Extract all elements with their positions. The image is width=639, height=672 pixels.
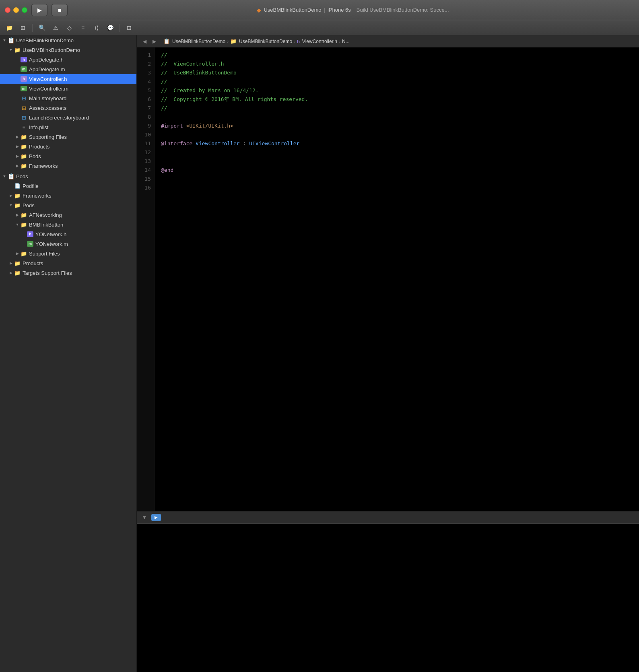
- arrow-icon: ▶: [8, 194, 14, 198]
- tag-icon[interactable]: ⟨⟩: [91, 23, 103, 33]
- sidebar-label: Info.plist: [29, 124, 48, 130]
- debug-area: [137, 523, 639, 672]
- status-indicator: ▶: [151, 514, 161, 521]
- sidebar-item-bmblinkbutton[interactable]: ▼ 📁 BMBlinkButton: [0, 220, 136, 229]
- sidebar-item-supporting-files[interactable]: ▶ 📁 Supporting Files: [0, 132, 136, 142]
- sidebar-label: Products: [23, 260, 43, 266]
- sidebar-item-afnetworking[interactable]: ▶ 📁 AFNetworking: [0, 210, 136, 220]
- folder-icon: 📁: [14, 202, 21, 208]
- sidebar-item-podfile[interactable]: 📄 Podfile: [0, 181, 136, 191]
- h-file-icon: h: [20, 76, 27, 82]
- sidebar-label: Frameworks: [29, 163, 58, 169]
- warning-icon[interactable]: ⚠: [49, 23, 62, 33]
- list-icon[interactable]: ≡: [77, 23, 89, 33]
- sidebar-item-products2[interactable]: ▶ 📁 Products: [0, 258, 136, 268]
- editor-bottom-bar: ▼ ▶: [137, 511, 639, 523]
- arrow-icon: ▶: [14, 135, 20, 139]
- sidebar-label: Products: [29, 144, 49, 150]
- storyboard-icon: ⊟: [20, 115, 27, 121]
- minimize-button[interactable]: [13, 7, 19, 13]
- sidebar-item-support-files[interactable]: ▶ 📁 Support Files: [0, 249, 136, 258]
- arrow-icon: ▼: [14, 223, 20, 227]
- sidebar-item-yonetwork-h[interactable]: h YONetwork.h: [0, 229, 136, 239]
- sidebar-item-products1[interactable]: ▶ 📁 Products: [0, 142, 136, 151]
- sidebar-item-viewcontroller-h[interactable]: h ViewController.h: [0, 74, 136, 84]
- h-file-icon: h: [20, 57, 27, 62]
- sidebar-label: AppDelegate.m: [29, 66, 65, 72]
- sidebar-label: UseBMBlinkButtonDemo: [23, 47, 80, 53]
- sidebar-label: AFNetworking: [29, 212, 62, 218]
- search-icon[interactable]: 🔍: [36, 23, 48, 33]
- device-name: iPhone 6s: [328, 7, 351, 13]
- code-content[interactable]: // // ViewController.h // UseBMBlinkButt…: [155, 47, 639, 511]
- folder-icon: 📁: [14, 193, 21, 199]
- bookmark-icon[interactable]: ◇: [63, 23, 75, 33]
- pods-project-icon: 📋: [7, 173, 14, 179]
- arrow-icon: ▼: [2, 174, 7, 178]
- sidebar-item-pods-sub[interactable]: ▼ 📁 Pods: [0, 200, 136, 210]
- sidebar-item-frameworks2[interactable]: ▶ 📁 Frameworks: [0, 191, 136, 200]
- arrow-icon: ▶: [14, 164, 20, 168]
- sidebar-item-info-plist[interactable]: ≡ Info.plist: [0, 122, 136, 132]
- sidebar-item-root[interactable]: ▼ 📋 UseBMBlinkButtonDemo: [0, 35, 136, 45]
- storyboard-icon: ⊟: [20, 95, 27, 101]
- sidebar-item-targets-support[interactable]: ▶ 📁 Targets Support Files: [0, 268, 136, 278]
- arrow-icon: ▶: [8, 261, 14, 265]
- sidebar-label: Main.storyboard: [29, 95, 66, 101]
- inspector-icon[interactable]: ⊞: [17, 23, 29, 33]
- folder-icon: 📁: [20, 163, 27, 169]
- m-file-icon: m: [27, 241, 34, 247]
- layout-icon[interactable]: ⊡: [123, 23, 135, 33]
- sidebar-item-main-storyboard[interactable]: ⊟ Main.storyboard: [0, 93, 136, 103]
- folder-icon: 📁: [20, 251, 27, 257]
- sidebar-label: Frameworks: [23, 193, 52, 199]
- separator: [32, 24, 33, 32]
- arrow-icon: ▼: [8, 203, 14, 207]
- breadcrumb-item-3[interactable]: ViewController.h: [302, 39, 337, 44]
- sidebar-item-appdelegate-m[interactable]: m AppDelegate.m: [0, 64, 136, 74]
- sidebar-item-appdelegate-h[interactable]: h AppDelegate.h: [0, 55, 136, 64]
- sidebar-item-launch-storyboard[interactable]: ⊟ LaunchScreen.storyboard: [0, 113, 136, 122]
- project-icon: 📋: [7, 37, 14, 43]
- sidebar-item-pods-root[interactable]: ▼ 📋 Pods: [0, 171, 136, 181]
- arrow-icon: ▶: [14, 251, 20, 256]
- sidebar-label: Pods: [29, 153, 41, 159]
- back-button[interactable]: ◀: [140, 37, 149, 45]
- sidebar-item-yonetwork-m[interactable]: m YONetwork.m: [0, 239, 136, 249]
- sidebar-label: ViewController.h: [29, 76, 67, 82]
- main-layout: ▼ 📋 UseBMBlinkButtonDemo ▼ 📁 UseBMBlinkB…: [0, 35, 639, 672]
- folder-icon: 📁: [20, 134, 27, 140]
- sidebar-label: AppDelegate.h: [29, 57, 64, 63]
- h-icon: h: [297, 39, 300, 44]
- breadcrumb-item-4[interactable]: N...: [342, 39, 350, 44]
- folder-icon: 📁: [230, 38, 237, 44]
- close-button[interactable]: [5, 7, 10, 13]
- sidebar-label: Podfile: [23, 183, 39, 189]
- sidebar-label: Pods: [23, 202, 35, 208]
- breadcrumb-item-2[interactable]: UseBMBlinkButtonDemo: [239, 39, 292, 44]
- app-icon: ◆: [257, 7, 261, 13]
- arrow-icon: ▼: [8, 48, 14, 52]
- maximize-button[interactable]: [22, 7, 27, 13]
- breadcrumb-item-1[interactable]: UseBMBlinkButtonDemo: [172, 39, 225, 44]
- h-file-icon: h: [27, 231, 34, 237]
- sidebar-item-frameworks1[interactable]: ▶ 📁 Frameworks: [0, 161, 136, 171]
- podfile-icon: 📄: [14, 183, 21, 189]
- sidebar-item-group1[interactable]: ▼ 📁 UseBMBlinkButtonDemo: [0, 45, 136, 55]
- build-status: Build UseBMBlinkButtonDemo: Succe...: [357, 7, 449, 13]
- arrow-icon: ▶: [14, 154, 20, 158]
- run-button[interactable]: ▶: [31, 4, 47, 16]
- comment-icon[interactable]: 💬: [104, 23, 116, 33]
- sidebar-label: BMBlinkButton: [29, 222, 63, 228]
- code-editor[interactable]: 1 2 3 4 5 6 7 8 9 10 11 12 13 14 15 16 /…: [137, 47, 639, 511]
- forward-button[interactable]: ▶: [150, 37, 159, 45]
- filter-icon[interactable]: ▼: [140, 513, 149, 522]
- folder-icon[interactable]: 📁: [3, 23, 15, 33]
- folder-icon: 📁: [20, 222, 27, 228]
- sidebar-item-assets[interactable]: ⊞ Assets.xcassets: [0, 103, 136, 113]
- folder-icon: 📁: [20, 144, 27, 150]
- sidebar-item-viewcontroller-m[interactable]: m ViewController.m: [0, 84, 136, 93]
- stop-button[interactable]: ■: [52, 4, 68, 16]
- sidebar-item-pods-group[interactable]: ▶ 📁 Pods: [0, 151, 136, 161]
- sidebar-label: Supporting Files: [29, 134, 67, 140]
